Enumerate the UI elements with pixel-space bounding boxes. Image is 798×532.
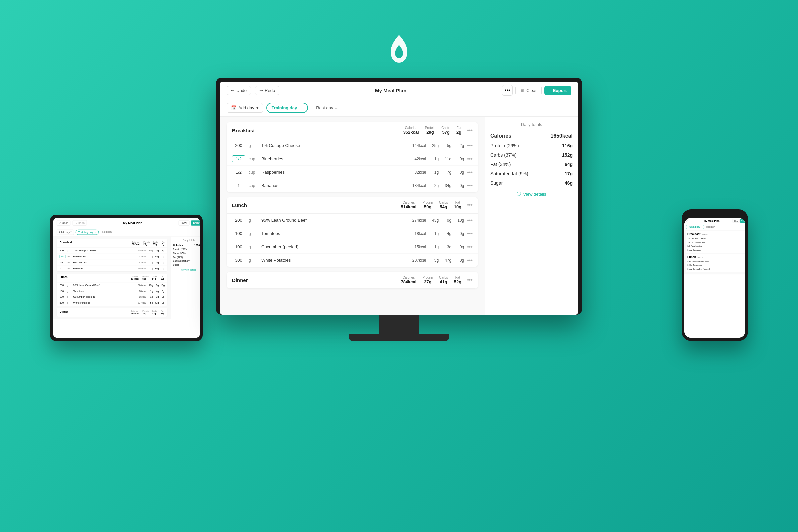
protein-value: 116g [562, 143, 573, 148]
devices: ↩ Undo ↪ Redo My Meal Plan Clear Export … [33, 78, 765, 341]
breakfast-more-icon[interactable]: ••• [467, 127, 473, 133]
food-unit: cup [249, 183, 258, 188]
main-content: Breakfast Calories 352kcal Protein [220, 117, 578, 315]
food-protein: 25g [429, 143, 439, 148]
dinner-title: Dinner [232, 277, 248, 283]
clear-button[interactable]: 🗑 Clear [515, 86, 542, 95]
food-row: 100 g Tomatoes 18kcal 1g 4g 0g ••• [227, 227, 478, 241]
carbs-label: Carbs (37%) [491, 152, 517, 158]
food-more-icon[interactable]: ••• [467, 244, 473, 250]
food-more-icon[interactable]: ••• [467, 217, 473, 224]
redo-icon: ↪ [259, 88, 263, 93]
food-more-icon[interactable]: ••• [467, 231, 473, 237]
food-row: 1/2 cup Raspberries 32kcal 1g 7g 0g ••• [227, 166, 478, 179]
lunch-stats: Calories 514kcal Protein 50g [401, 201, 473, 209]
calories-label: Calories [491, 133, 511, 139]
food-more-icon[interactable]: ••• [467, 183, 473, 189]
training-day-tab[interactable]: Training day ··· [266, 103, 308, 113]
food-more-icon[interactable]: ••• [467, 258, 473, 263]
food-qty[interactable]: 1/2 [232, 169, 245, 175]
lunch-header: Lunch Calories 514kcal Protein [227, 197, 478, 214]
food-carbs: 5g [442, 143, 451, 148]
day-tabs: 📅 Add day ▾ Training day ··· Rest day ··… [220, 99, 578, 117]
food-cal: 42kcal [408, 157, 426, 161]
breakfast-section: Breakfast Calories 352kcal Protein [227, 122, 478, 192]
export-icon: ↑ [549, 88, 551, 93]
undo-label: Undo [236, 88, 247, 93]
clear-label: Clear [526, 88, 537, 93]
dinner-section: Dinner Calories 784kcal Protein [227, 272, 478, 289]
food-protein: 1g [429, 157, 439, 161]
sugar-value: 46g [565, 180, 573, 186]
calories-value: 1650kcal [550, 133, 573, 139]
undo-button[interactable]: ↩ Undo [227, 86, 251, 95]
fat-row: Fat (34%) 64g [491, 162, 573, 167]
sugar-row: Sugar 46g [491, 180, 573, 186]
more-button[interactable]: ••• [502, 85, 513, 96]
breakfast-prot-stat: Protein 29g [425, 126, 436, 135]
protein-row: Protein (29%) 116g [491, 143, 573, 148]
lunch-section: Lunch Calories 514kcal Protein [227, 197, 478, 267]
rest-day-label: Rest day [316, 106, 333, 110]
training-day-dots: ··· [299, 106, 303, 110]
dinner-header: Dinner Calories 784kcal Protein [227, 272, 478, 289]
food-qty[interactable]: 1/2 [232, 155, 245, 162]
food-name: Raspberries [261, 170, 405, 174]
app-title: My Meal Plan [375, 88, 406, 93]
sat-fat-row: Saturated fat (9%) 17g [491, 171, 573, 176]
calendar-icon: 📅 [231, 106, 236, 110]
app: ↩ Undo ↪ Redo My Meal Plan [220, 82, 578, 315]
breakfast-fat-stat: Fat 2g [456, 126, 461, 135]
training-day-label: Training day [272, 106, 297, 110]
food-row: 100 g Cucumber (peeled) 15kcal 1g 3g 0g … [227, 241, 478, 254]
lunch-more-icon[interactable]: ••• [467, 202, 473, 208]
food-carbs: 11g [442, 157, 451, 161]
food-row: 200 g 1% Cottage Cheese 144kcal 25g 5g 2… [227, 139, 478, 152]
breakfast-title: Breakfast [232, 128, 255, 133]
tablet: ↩ Undo ↪ Redo My Meal Plan Clear Export … [50, 215, 203, 341]
food-row: 200 g 95% Lean Ground Beef 274kcal 43g 0… [227, 214, 478, 227]
toolbar-right: ••• 🗑 Clear ↑ Export [502, 85, 571, 96]
food-cal: 32kcal [408, 170, 426, 174]
daily-totals-title: Daily totals [491, 122, 573, 127]
add-day-label: Add day [239, 106, 254, 110]
food-fat: 0g [455, 183, 464, 188]
food-qty[interactable]: 200 [232, 217, 245, 224]
sat-fat-value: 17g [565, 171, 573, 176]
food-cal: 144kcal [408, 143, 426, 148]
monitor-stand-neck [379, 315, 419, 335]
food-more-icon[interactable]: ••• [467, 156, 473, 162]
add-day-button[interactable]: 📅 Add day ▾ [227, 103, 263, 113]
chevron-down-icon: ▾ [256, 106, 259, 110]
view-details-button[interactable]: ⓘ View details [491, 191, 573, 197]
food-more-icon[interactable]: ••• [467, 142, 473, 149]
daily-totals-panel: Daily totals Calories 1650kcal Protein (… [485, 117, 578, 315]
logo [386, 33, 412, 64]
dinner-more-icon[interactable]: ••• [467, 277, 473, 283]
fat-value: 64g [565, 162, 573, 167]
rest-day-tab[interactable]: Rest day ··· [311, 103, 343, 112]
breakfast-header: Breakfast Calories 352kcal Protein [227, 122, 478, 139]
food-fat: 0g [455, 157, 464, 161]
sat-fat-label: Saturated fat (9%) [491, 171, 528, 176]
food-name: Blueberries [261, 156, 405, 161]
protein-label: Protein (29%) [491, 143, 519, 148]
food-qty[interactable]: 1 [232, 182, 245, 189]
view-details-label: View details [523, 191, 546, 196]
export-button[interactable]: ↑ Export [544, 86, 571, 95]
food-row: 1/2 cup Blueberries 42kcal 1g 11g 0g ••• [227, 152, 478, 166]
dinner-stats: Calories 784kcal Protein 37g [401, 276, 473, 284]
breakfast-carbs-stat: Carbs 57g [441, 126, 450, 135]
carbs-value: 152g [562, 152, 573, 158]
monitor: ↩ Undo ↪ Redo My Meal Plan [216, 78, 582, 341]
breakfast-cal-stat: Calories 352kcal [403, 126, 419, 135]
cal-label: Calories [405, 126, 417, 130]
more-icon: ••• [505, 88, 510, 93]
lunch-title: Lunch [232, 203, 247, 208]
phone: ↩ ↪ My Meal Plan Clear Export Training d… [682, 209, 748, 341]
food-more-icon[interactable]: ••• [467, 169, 473, 175]
food-name: 1% Cottage Cheese [261, 143, 405, 148]
breakfast-cal-val: 352kcal [403, 130, 419, 135]
redo-button[interactable]: ↪ Redo [255, 86, 279, 95]
food-qty[interactable]: 200 [232, 142, 245, 149]
